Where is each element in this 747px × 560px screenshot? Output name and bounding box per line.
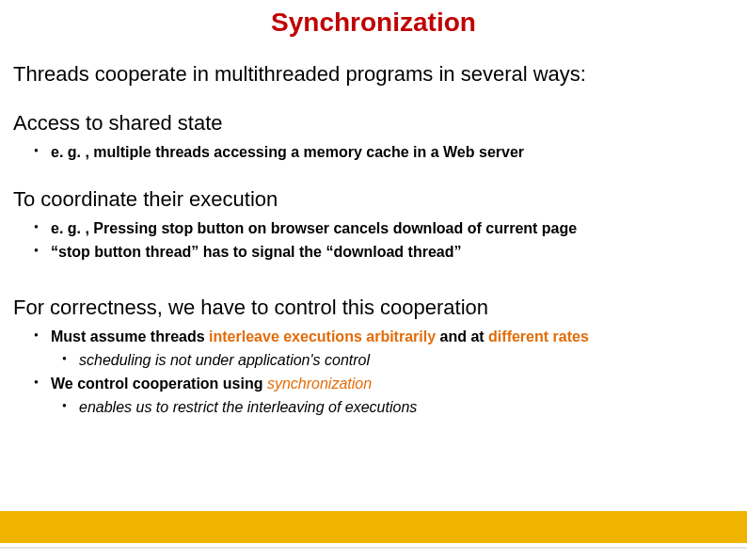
highlight-text: synchronization bbox=[267, 376, 372, 392]
sublist: scheduling is not under application's co… bbox=[51, 349, 734, 371]
slide-title: Synchronization bbox=[0, 0, 747, 38]
section-3-heading: For correctness, we have to control this… bbox=[13, 296, 734, 320]
text-fragment: Must assume threads bbox=[51, 328, 209, 344]
section-2-heading: To coordinate their execution bbox=[13, 187, 734, 212]
intro-text: Threads cooperate in multithreaded progr… bbox=[13, 62, 734, 87]
list-item: e. g. , Pressing stop button on browser … bbox=[51, 217, 734, 239]
text-fragment: and at bbox=[436, 328, 488, 344]
section-1-heading: Access to shared state bbox=[13, 111, 734, 136]
list-item: scheduling is not under application's co… bbox=[79, 349, 734, 371]
section-3-list: Must assume threads interleave execution… bbox=[13, 326, 734, 419]
section-1-list: e. g. , multiple threads accessing a mem… bbox=[13, 141, 734, 163]
list-item: enables us to restrict the interleaving … bbox=[79, 396, 734, 418]
section-2-list: e. g. , Pressing stop button on browser … bbox=[13, 217, 734, 263]
list-item: We control cooperation using synchroniza… bbox=[51, 373, 734, 418]
footer-accent-bar bbox=[0, 511, 747, 543]
list-item: e. g. , multiple threads accessing a mem… bbox=[51, 141, 734, 163]
text-fragment: We control cooperation using bbox=[51, 376, 267, 392]
sublist: enables us to restrict the interleaving … bbox=[51, 396, 734, 418]
highlight-text: interleave executions arbitrarily bbox=[209, 328, 436, 344]
list-item: Must assume threads interleave execution… bbox=[51, 326, 734, 371]
highlight-text: different rates bbox=[488, 328, 589, 344]
footer-rule bbox=[0, 547, 747, 549]
slide-body: Threads cooperate in multithreaded progr… bbox=[0, 62, 747, 418]
slide: Synchronization Threads cooperate in mul… bbox=[0, 0, 747, 560]
list-item: “stop button thread” has to signal the “… bbox=[51, 241, 734, 263]
